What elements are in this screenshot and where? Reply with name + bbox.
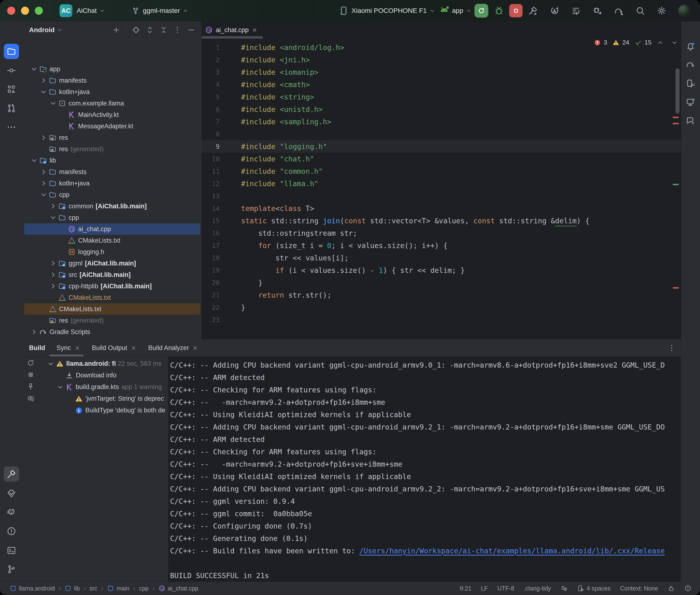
app-quality-insights-button[interactable] <box>4 486 19 501</box>
search-icon[interactable] <box>635 6 645 16</box>
inspections-widget[interactable]: 3 24 15 <box>594 39 678 46</box>
tree-item-manifests[interactable]: manifests <box>24 75 200 86</box>
attach-debugger-icon[interactable] <box>592 6 603 16</box>
pull-requests-tool-button[interactable] <box>4 101 19 116</box>
run-configuration-selector[interactable]: app <box>439 0 472 22</box>
tree-item-cmakelists-txt[interactable]: CMakeLists.txt <box>24 235 200 246</box>
tree-item-kotlin-java[interactable]: kotlin+java <box>24 178 200 189</box>
restart-build-button[interactable] <box>27 359 35 367</box>
breadcrumb-main[interactable]: main <box>107 585 129 592</box>
error-stripe-mark[interactable] <box>673 287 679 289</box>
tree-item-cpp[interactable]: cpp <box>24 212 200 223</box>
tree-item-messageadapter-kt[interactable]: MessageAdapter.kt <box>24 120 200 132</box>
status-code-analysis[interactable] <box>560 585 567 592</box>
close-icon[interactable] <box>192 345 198 351</box>
error-stripe-mark[interactable] <box>673 123 679 124</box>
settings-gear-icon[interactable] <box>657 6 667 16</box>
chevron-right-icon[interactable] <box>39 134 48 142</box>
status-indentation[interactable]: 4 spaces <box>577 585 611 592</box>
tab-ai-chat-cpp[interactable]: C ai_chat.cpp <box>205 26 258 34</box>
editor-scrollbar[interactable] <box>675 68 679 114</box>
breadcrumb-llama-android[interactable]: llama.android <box>9 585 55 592</box>
terminal-tool-button[interactable] <box>4 543 19 558</box>
chevron-right-icon[interactable] <box>49 271 57 279</box>
pin-icon[interactable] <box>27 382 35 391</box>
status-context[interactable]: Context: None <box>620 585 658 592</box>
tree-item-gradle-scripts[interactable]: Gradle Scripts <box>24 326 200 338</box>
select-opened-file-button[interactable] <box>132 26 140 34</box>
chevron-down-icon[interactable] <box>39 88 48 96</box>
chevron-right-icon[interactable] <box>49 202 57 210</box>
collapse-all-button[interactable] <box>160 26 168 34</box>
editor[interactable]: C ai_chat.cpp 1#include <android/log.h>2… <box>201 22 700 339</box>
vcs-branch-selector[interactable]: ggml-master <box>132 7 189 15</box>
vcs-stripe-mark[interactable] <box>673 184 679 185</box>
tab-sync[interactable]: Sync <box>57 344 81 352</box>
breadcrumb-src[interactable]: src <box>89 585 97 592</box>
tree-item-manifests[interactable]: manifests <box>24 166 200 178</box>
tree-item-ai-chat-cpp[interactable]: Cai_chat.cpp <box>24 223 200 235</box>
status-clang-tidy[interactable]: .clang-tidy <box>524 585 551 592</box>
project-options-button[interactable] <box>173 26 181 34</box>
gradle-sync-icon[interactable] <box>614 6 624 16</box>
tab-build-output[interactable]: Build Output <box>92 344 137 352</box>
tree-item-cpp[interactable]: cpp <box>24 189 200 200</box>
user-avatar[interactable] <box>678 5 690 17</box>
tree-item-cmakelists-txt[interactable]: CMakeLists.txt <box>24 303 200 315</box>
notifications-button[interactable] <box>685 41 696 52</box>
close-window-button[interactable] <box>7 7 15 15</box>
build-event-llama-android-fi[interactable]: llama.android: fi22 sec, 583 ms <box>38 358 168 370</box>
logcat-tool-button[interactable] <box>4 505 19 520</box>
tree-item-cmakelists-txt[interactable]: CMakeLists.txt <box>24 292 200 303</box>
version-control-tool-button[interactable] <box>4 562 19 577</box>
apply-changes-icon[interactable] <box>550 6 559 16</box>
expand-all-button[interactable] <box>146 26 154 34</box>
build-event-buildtype-debug-is-both-de[interactable]: BuildType 'debug' is both de <box>38 404 168 416</box>
status-read-write-lock[interactable] <box>668 585 675 592</box>
more-tool-windows-button[interactable] <box>4 119 19 135</box>
tree-item-logging-h[interactable]: logging.h <box>24 246 200 258</box>
tree-item-common[interactable]: common[AiChat.lib.main] <box>24 200 200 212</box>
chevron-down-icon[interactable] <box>30 157 38 165</box>
tree-item-ggml[interactable]: ggml[AiChat.lib.main] <box>24 258 200 269</box>
chevron-down-icon[interactable] <box>56 383 64 391</box>
build-options-button[interactable] <box>668 344 676 352</box>
tree-item-cpp-httplib[interactable]: cpp-httplib[AiChat.lib.main] <box>24 281 200 292</box>
chevron-right-icon[interactable] <box>49 282 57 290</box>
running-devices-button[interactable] <box>685 97 696 108</box>
rerun-button[interactable] <box>474 4 488 18</box>
zoom-window-button[interactable] <box>35 7 43 15</box>
gemini-chat-button[interactable] <box>685 115 696 126</box>
project-tool-button[interactable] <box>4 44 19 59</box>
chevron-down-icon[interactable] <box>39 191 48 199</box>
debug-button[interactable] <box>494 5 504 16</box>
breadcrumb-lib[interactable]: lib <box>64 585 80 592</box>
chevron-down-icon[interactable] <box>49 99 57 107</box>
console-file-link[interactable]: /Users/hanyin/Workspace/ai-chat/examples… <box>359 547 665 555</box>
chevron-right-icon[interactable] <box>39 179 48 188</box>
hide-panel-button[interactable] <box>187 26 195 34</box>
commit-tool-button[interactable] <box>4 63 19 78</box>
chevron-right-icon[interactable] <box>49 259 57 267</box>
breadcrumb-cpp[interactable]: cpp <box>139 585 149 592</box>
chevron-right-icon[interactable] <box>30 328 38 336</box>
build-run-icon[interactable] <box>528 6 538 16</box>
project-selector[interactable]: AiChat <box>77 7 105 15</box>
close-icon[interactable] <box>131 345 137 351</box>
gradle-tool-button[interactable] <box>685 59 696 70</box>
error-stripe-mark[interactable] <box>673 117 679 118</box>
code-area[interactable]: 1#include <android/log.h>2#include <jni.… <box>201 38 700 339</box>
status-caret-position[interactable]: 9:21 <box>460 585 471 592</box>
add-button[interactable] <box>112 26 120 34</box>
build-event-build-gradle-kts[interactable]: build.gradle.ktsapp 1 warning <box>38 381 168 393</box>
chevron-right-icon[interactable] <box>39 168 48 176</box>
status-line-separator[interactable]: LF <box>481 585 488 592</box>
stop-build-button[interactable] <box>27 371 35 379</box>
prev-problem-button[interactable] <box>657 39 664 46</box>
chevron-down-icon[interactable] <box>47 360 55 368</box>
tree-item-app[interactable]: app <box>24 63 200 75</box>
tree-item-mainactivity-kt[interactable]: MainActivity.kt <box>24 109 200 120</box>
build-event--jvmtarget-string-is-deprec[interactable]: 'jvmTarget: String' is deprec <box>38 393 168 404</box>
tree-item-com-example-llama[interactable]: com.example.llama <box>24 97 200 109</box>
build-tool-button[interactable] <box>4 466 19 482</box>
